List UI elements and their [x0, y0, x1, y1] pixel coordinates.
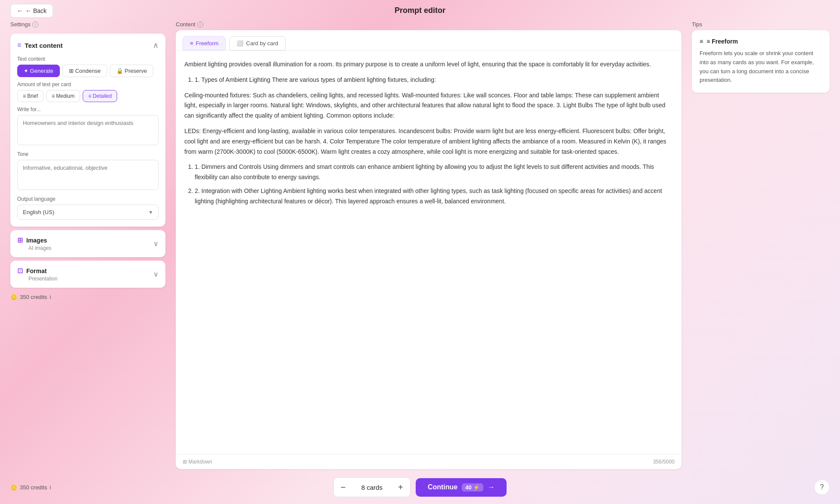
images-icon: ⊞ [17, 236, 23, 244]
format-icon: ⊡ [17, 267, 23, 275]
content-list-item-1: 1. Types of Ambient Lighting There are v… [195, 75, 673, 85]
help-button[interactable]: ? [814, 479, 830, 495]
text-content-card-header: ≡ Text content ∧ [17, 40, 159, 50]
bottom-credits-info-icon[interactable]: i [50, 484, 51, 491]
back-label: ← Back [25, 7, 47, 14]
header: ← ← Back Prompt editor [0, 0, 840, 21]
tab-freeform[interactable]: ≡ Freeform [183, 36, 226, 50]
format-section-header: ⊡ Format Presentation ∨ [17, 267, 159, 282]
settings-info-icon[interactable]: i [32, 22, 38, 28]
medium-button[interactable]: ≡ Medium [46, 90, 80, 102]
content-label: Content i [176, 21, 681, 28]
images-title: ⊞ Images [17, 236, 51, 244]
tips-freeform-icon: ≡ [700, 38, 703, 45]
images-section-header: ⊞ Images AI images ∨ [17, 236, 159, 251]
tips-panel: Tips ≡ ≡ Freeform Freeform lets you scal… [692, 21, 830, 469]
settings-label: Settings i [10, 21, 165, 28]
credits-info-icon[interactable]: i [50, 294, 51, 300]
text-content-icon: ≡ [17, 41, 21, 49]
content-footer: ⊞ Markdown 356/5000 [176, 454, 681, 469]
tone-input[interactable] [17, 160, 159, 190]
main-layout: Settings i ≡ Text content ∧ Text content… [0, 21, 840, 469]
content-info-icon[interactable]: i [197, 22, 203, 28]
content-paragraph-3: LEDs: Energy-efficient and long-lasting,… [184, 126, 673, 157]
condense-button[interactable]: ⊞ Condense [62, 65, 107, 77]
coin-icon-bottom: 🪙 [10, 484, 17, 491]
tone-label: Tone [17, 151, 159, 157]
content-tabs: ≡ Freeform ⬜ Card by card [176, 30, 681, 51]
bottom-bar: 🪙 350 credits i − 8 cards + Continue 40 … [0, 470, 840, 504]
format-title: ⊡ Format [17, 267, 57, 275]
bottom-credits-value: 350 credits [20, 484, 47, 491]
increase-cards-button[interactable]: + [391, 478, 410, 497]
content-paragraph-2: Ceiling-mounted fixtures: Such as chande… [184, 90, 673, 121]
format-subtitle: Presentation [28, 276, 57, 282]
content-paragraph-1: Ambient lighting provides overall illumi… [184, 59, 673, 70]
detailed-button[interactable]: ≡ Detailed [83, 90, 117, 102]
write-for-input[interactable] [17, 115, 159, 145]
preserve-button[interactable]: 🔒 Preserve [110, 65, 154, 77]
generate-button[interactable]: ✦ Generate [17, 65, 60, 77]
images-section[interactable]: ⊞ Images AI images ∨ [10, 230, 165, 257]
text-content-title: ≡ Text content [17, 41, 62, 49]
credits-value: 350 credits [20, 294, 47, 300]
images-collapse-icon: ∨ [153, 240, 159, 248]
text-content-collapse-button[interactable]: ∧ [153, 40, 159, 50]
tips-freeform-title: ≡ ≡ Freeform [700, 38, 822, 45]
content-list-item-3: 2. Integration with Other Lighting Ambie… [195, 186, 673, 207]
tips-label: Tips [692, 21, 830, 28]
continue-badge: 40 ⚡ [462, 483, 483, 492]
brief-button[interactable]: ≡ Brief [17, 90, 44, 102]
content-char-count: 356/5000 [653, 459, 675, 465]
continue-label: Continue [428, 483, 457, 491]
amount-field-label: Amount of text per card [17, 81, 159, 87]
write-for-label: Write for... [17, 106, 159, 112]
coin-icon: 🪙 [10, 294, 17, 300]
content-list-item-2: 1. Dimmers and Controls Using dimmers an… [195, 162, 673, 183]
bottom-bar-right: ? [814, 479, 830, 495]
bottom-bar-left: 🪙 350 credits i [10, 484, 51, 491]
content-area: Content i ≡ Freeform ⬜ Card by card Ambi… [165, 21, 692, 469]
continue-button[interactable]: Continue 40 ⚡ → [416, 478, 507, 497]
credits-bar: 🪙 350 credits i [10, 291, 165, 303]
back-button[interactable]: ← ← Back [10, 4, 53, 18]
content-card: ≡ Freeform ⬜ Card by card Ambient lighti… [176, 30, 681, 469]
back-arrow-icon: ← [17, 7, 23, 14]
continue-arrow-icon: → [488, 483, 495, 491]
output-language-wrapper: English (US) English (UK) Spanish French… [17, 205, 159, 220]
markdown-label[interactable]: ⊞ Markdown [183, 459, 212, 465]
tab-card-by-card[interactable]: ⬜ Card by card [229, 36, 285, 50]
cards-counter: − 8 cards + [333, 477, 411, 497]
cards-count-value: 8 cards [353, 484, 391, 491]
text-content-card: ≡ Text content ∧ Text content ✦ Generate… [10, 34, 165, 227]
text-content-field-label: Text content [17, 56, 159, 62]
format-collapse-icon: ∨ [153, 270, 159, 278]
card-by-card-tab-icon: ⬜ [236, 40, 243, 47]
settings-panel: Settings i ≡ Text content ∧ Text content… [10, 21, 165, 469]
images-subtitle: AI images [28, 245, 51, 251]
decrease-cards-button[interactable]: − [334, 478, 353, 497]
amount-btn-group: ≡ Brief ≡ Medium ≡ Detailed [17, 90, 159, 102]
output-language-label: Output language [17, 196, 159, 202]
page-title: Prompt editor [395, 6, 445, 15]
text-content-btn-group: ✦ Generate ⊞ Condense 🔒 Preserve [17, 65, 159, 77]
tips-card: ≡ ≡ Freeform Freeform lets you scale or … [692, 30, 830, 93]
content-body: Ambient lighting provides overall illumi… [176, 51, 681, 454]
freeform-tab-icon: ≡ [190, 40, 193, 47]
tips-freeform-text: Freeform lets you scale or shrink your c… [700, 49, 822, 85]
output-language-select[interactable]: English (US) English (UK) Spanish French [17, 205, 159, 220]
format-section[interactable]: ⊡ Format Presentation ∨ [10, 261, 165, 288]
